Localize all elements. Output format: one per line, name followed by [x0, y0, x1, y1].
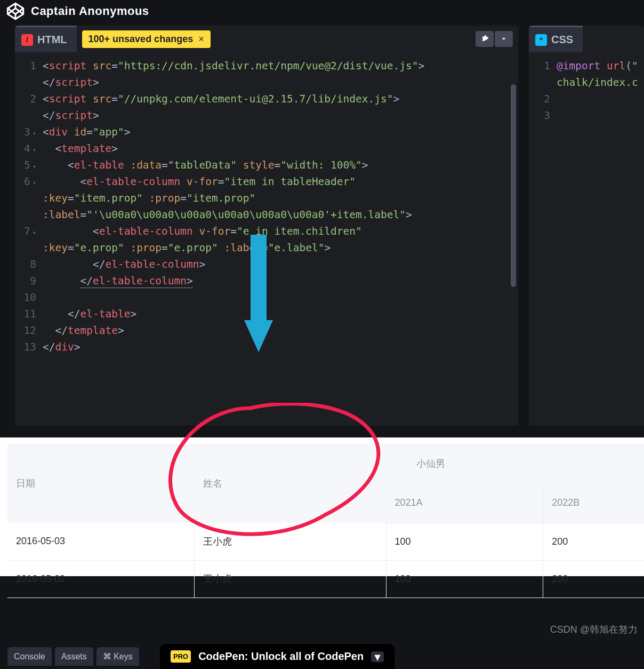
pro-badge: PRO [171, 650, 191, 663]
css-badge-icon: * [535, 34, 547, 46]
table-cell: 100 [386, 560, 543, 598]
table-row: 2016-05-02王小虎100200 [7, 560, 644, 598]
codepen-logo-icon [6, 2, 25, 20]
tab-keys[interactable]: ⌘ Keys [96, 647, 139, 666]
preview-pane: 日期 姓名 小仙男 2021A 2022B 2016-05-03王小虎10020… [0, 437, 644, 576]
html-code-editor[interactable]: 12345678910111213 <script src="https://c… [15, 52, 518, 426]
html-editor-panel: / HTML 100+ unsaved changes × 1234567891… [15, 26, 518, 426]
tab-console[interactable]: Console [7, 647, 52, 666]
table-cell: 2016-05-03 [7, 523, 194, 560]
pen-title: Captain Anonymous [31, 4, 149, 18]
th-group: 小仙男 [386, 444, 644, 483]
panel-menu-button[interactable] [495, 31, 513, 47]
table-cell: 王小虎 [194, 560, 386, 598]
table-row: 2016-05-03王小虎100200 [7, 523, 644, 560]
table-cell: 200 [543, 560, 644, 598]
unsaved-changes-pill[interactable]: 100+ unsaved changes × [82, 30, 211, 48]
tab-css-label: CSS [551, 34, 573, 46]
tab-assets[interactable]: Assets [55, 647, 93, 666]
close-icon[interactable]: × [198, 34, 204, 45]
table-cell: 王小虎 [194, 523, 386, 560]
tab-html-label: HTML [37, 34, 67, 46]
preview-table: 日期 姓名 小仙男 2021A 2022B 2016-05-03王小虎10020… [7, 444, 644, 598]
table-cell: 200 [543, 523, 644, 560]
tab-html[interactable]: / HTML [15, 26, 77, 52]
table-cell: 2016-05-02 [7, 560, 194, 598]
promo-text: CodePen: Unlock all of CodePen [198, 650, 364, 663]
promo-banner[interactable]: PRO CodePen: Unlock all of CodePen ▾ [160, 644, 395, 669]
settings-button[interactable] [476, 31, 494, 47]
table-cell: 100 [386, 523, 543, 560]
th-sub-1: 2021A [386, 483, 543, 523]
html-badge-icon: / [21, 34, 33, 46]
th-sub-2: 2022B [543, 483, 644, 523]
footer-tabs: Console Assets ⌘ Keys [7, 647, 139, 666]
vertical-scrollbar[interactable] [511, 84, 516, 287]
th-name: 姓名 [194, 444, 386, 523]
unsaved-text: 100+ unsaved changes [88, 34, 194, 45]
watermark-text: CSDN @韩旭在努力 [550, 623, 638, 636]
close-icon[interactable]: ▾ [371, 651, 384, 662]
css-code-editor[interactable]: 123 @import url("chalk/index.c [529, 52, 644, 426]
css-editor-panel: * CSS 123 @import url("chalk/index.c [529, 26, 644, 426]
th-date: 日期 [7, 444, 194, 523]
tab-css[interactable]: * CSS [529, 26, 583, 52]
